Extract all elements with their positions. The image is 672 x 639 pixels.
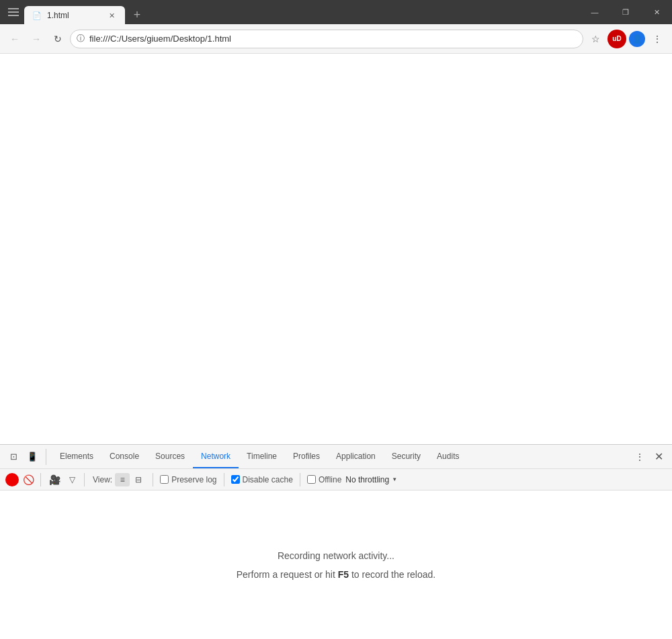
minimize-button[interactable]: — bbox=[579, 0, 610, 24]
reload-icon: ↻ bbox=[54, 34, 62, 44]
filter-icon: ▽ bbox=[69, 475, 75, 484]
grouped-view-icon: ⊟ bbox=[135, 475, 142, 484]
view-label: View: bbox=[93, 475, 112, 484]
offline-checkbox[interactable] bbox=[307, 475, 316, 484]
clear-button[interactable]: 🚫 bbox=[22, 473, 35, 486]
forward-icon: → bbox=[32, 34, 41, 44]
tab-close-button[interactable]: ✕ bbox=[106, 10, 117, 21]
tab-security[interactable]: Security bbox=[384, 445, 429, 468]
grouped-view-button[interactable]: ⊟ bbox=[131, 473, 146, 486]
address-input[interactable] bbox=[70, 30, 583, 48]
chrome-menu-button[interactable]: ⋮ bbox=[648, 30, 667, 48]
tab-favicon: 📄 bbox=[32, 11, 42, 20]
toolbar-separator-3 bbox=[153, 473, 153, 486]
devtools-tab-list: Elements Console Sources Network Timelin… bbox=[52, 445, 632, 468]
devtools-close-button[interactable]: ✕ bbox=[650, 449, 667, 465]
chrome-menu-icon[interactable] bbox=[5, 4, 22, 20]
preserve-log-checkbox-wrap[interactable]: Preserve log bbox=[160, 475, 216, 484]
devtools-tab-icons: ⊡ 📱 bbox=[5, 449, 46, 465]
tabs-area: 📄 1.html ✕ + bbox=[24, 0, 579, 24]
record-button[interactable] bbox=[5, 473, 19, 486]
tab-sources[interactable]: Sources bbox=[147, 445, 193, 468]
network-hint-text: Perform a request or hit F5 to record th… bbox=[237, 565, 435, 584]
tab-console[interactable]: Console bbox=[101, 445, 147, 468]
list-view-icon: ≡ bbox=[120, 475, 125, 484]
title-bar-left bbox=[0, 4, 24, 20]
throttle-select[interactable]: No throttling Online Fast 3G Slow 3G Off… bbox=[344, 475, 390, 484]
more-dots-icon: ⋮ bbox=[635, 452, 645, 462]
nav-bar: ← → ↻ ⓘ ☆ uD 👤 ⋮ bbox=[0, 24, 672, 54]
browser-tab[interactable]: 📄 1.html ✕ bbox=[24, 6, 125, 25]
back-button[interactable]: ← bbox=[5, 30, 24, 48]
disable-cache-checkbox-wrap[interactable]: Disable cache bbox=[231, 475, 293, 484]
ublock-extension-button[interactable]: uD bbox=[607, 30, 626, 48]
disable-cache-checkbox[interactable] bbox=[231, 475, 240, 484]
new-tab-button[interactable]: + bbox=[128, 5, 146, 24]
nav-right: ☆ uD 👤 ⋮ bbox=[586, 30, 667, 48]
toolbar-separator-1 bbox=[40, 473, 41, 486]
clear-icon: 🚫 bbox=[23, 474, 34, 485]
toolbar-separator-2 bbox=[84, 473, 85, 486]
forward-button[interactable]: → bbox=[27, 30, 46, 48]
devtools-more-button[interactable]: ⋮ bbox=[632, 449, 648, 465]
list-view-button[interactable]: ≡ bbox=[115, 473, 130, 486]
address-bar-wrap: ⓘ bbox=[70, 30, 583, 48]
chrome-menu-dots-icon: ⋮ bbox=[653, 34, 662, 44]
profile-icon: 👤 bbox=[632, 34, 642, 44]
back-icon: ← bbox=[10, 34, 19, 44]
camera-icon: 🎥 bbox=[49, 474, 60, 485]
inspect-icon: ⊡ bbox=[10, 452, 17, 462]
filter-button[interactable]: ▽ bbox=[65, 473, 79, 486]
tab-profiles[interactable]: Profiles bbox=[285, 445, 328, 468]
tab-timeline[interactable]: Timeline bbox=[239, 445, 285, 468]
close-button[interactable]: ✕ bbox=[641, 0, 672, 24]
throttle-arrow-icon: ▼ bbox=[392, 476, 397, 482]
throttle-wrap: No throttling Online Fast 3G Slow 3G Off… bbox=[344, 475, 397, 484]
offline-label: Offline bbox=[319, 475, 341, 484]
screenshot-button[interactable]: 🎥 bbox=[46, 473, 62, 486]
tab-network[interactable]: Network bbox=[193, 445, 239, 468]
tab-elements[interactable]: Elements bbox=[52, 445, 101, 468]
preserve-log-checkbox[interactable] bbox=[160, 475, 169, 484]
title-bar-controls: — ❐ ✕ bbox=[579, 0, 672, 24]
network-content: Recording network activity... Perform a … bbox=[0, 491, 672, 639]
star-icon: ☆ bbox=[591, 34, 600, 44]
preserve-log-label: Preserve log bbox=[171, 475, 216, 484]
reload-button[interactable]: ↻ bbox=[48, 30, 67, 48]
tab-audits[interactable]: Audits bbox=[429, 445, 467, 468]
browser-content bbox=[0, 54, 672, 444]
devtools-tab-right: ⋮ ✕ bbox=[632, 449, 667, 465]
tab-title: 1.html bbox=[47, 11, 101, 20]
devtools-tabs: ⊡ 📱 Elements Console Sources Network Tim… bbox=[0, 445, 672, 469]
title-bar: 📄 1.html ✕ + — ❐ ✕ bbox=[0, 0, 672, 24]
toolbar-separator-5 bbox=[300, 473, 300, 486]
ublock-icon: uD bbox=[612, 35, 621, 42]
devtools-mobile-button[interactable]: 📱 bbox=[24, 449, 40, 465]
devtools-panel: ⊡ 📱 Elements Console Sources Network Tim… bbox=[0, 444, 672, 639]
network-recording-text: Recording network activity... bbox=[237, 546, 435, 565]
offline-checkbox-wrap[interactable]: Offline bbox=[307, 475, 341, 484]
network-empty-state: Recording network activity... Perform a … bbox=[237, 546, 435, 584]
profile-button[interactable]: 👤 bbox=[629, 31, 645, 47]
bookmark-button[interactable]: ☆ bbox=[586, 30, 605, 48]
disable-cache-label: Disable cache bbox=[243, 475, 293, 484]
network-toolbar: 🚫 🎥 ▽ View: ≡ ⊟ Preserve log Disable cac… bbox=[0, 469, 672, 491]
view-toggle: ≡ ⊟ bbox=[115, 473, 146, 486]
mobile-icon: 📱 bbox=[27, 452, 38, 462]
devtools-inspect-button[interactable]: ⊡ bbox=[5, 449, 22, 465]
maximize-button[interactable]: ❐ bbox=[610, 0, 641, 24]
tab-application[interactable]: Application bbox=[328, 445, 384, 468]
address-lock-icon: ⓘ bbox=[77, 33, 85, 44]
devtools-close-icon: ✕ bbox=[655, 450, 663, 463]
toolbar-separator-4 bbox=[224, 473, 224, 486]
